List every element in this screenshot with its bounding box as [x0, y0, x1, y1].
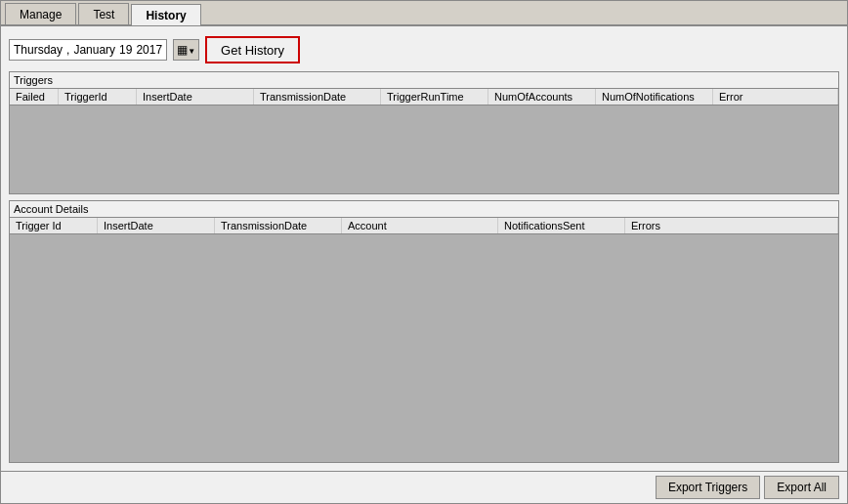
toolbar: Thursday , January 19 2017 Get History	[9, 34, 839, 65]
acct-col-transdate: TransmissionDate	[215, 218, 342, 233]
date-day: Thursday	[14, 43, 63, 57]
accounts-section: Account Details Trigger Id InsertDate Tr…	[9, 200, 839, 463]
date-year: 2017	[136, 43, 162, 57]
date-month: January	[73, 43, 115, 57]
triggers-label: Triggers	[10, 72, 838, 88]
triggers-col-triggerid: TriggerId	[59, 89, 137, 105]
bottom-bar: Export Triggers Export All	[1, 471, 847, 503]
accounts-grid: Trigger Id InsertDate TransmissionDate A…	[10, 217, 838, 462]
accounts-header: Trigger Id InsertDate TransmissionDate A…	[10, 218, 838, 234]
calendar-picker-button[interactable]	[173, 39, 199, 61]
acct-col-insertdate: InsertDate	[98, 218, 215, 233]
tab-history[interactable]: History	[131, 4, 200, 25]
triggers-col-numaccts: NumOfAccounts	[488, 89, 596, 105]
triggers-col-numnotif: NumOfNotifications	[596, 89, 713, 105]
triggers-col-error: Error	[713, 89, 838, 105]
triggers-col-runtime: TriggerRunTime	[381, 89, 488, 105]
accounts-body	[10, 234, 838, 462]
triggers-col-insertdate: InsertDate	[137, 89, 254, 105]
acct-col-account: Account	[342, 218, 498, 233]
main-window: Manage Test History Thursday , January 1…	[0, 0, 848, 504]
triggers-col-transdate: TransmissionDate	[254, 89, 381, 105]
triggers-section: Triggers Failed TriggerId InsertDate Tra…	[9, 71, 839, 194]
export-triggers-button[interactable]: Export Triggers	[656, 476, 760, 499]
acct-col-notif: NotificationsSent	[498, 218, 625, 233]
main-content: Thursday , January 19 2017 Get History T…	[1, 26, 847, 471]
dropdown-arrow-icon	[188, 43, 195, 57]
triggers-header: Failed TriggerId InsertDate Transmission…	[10, 89, 838, 105]
triggers-grid: Failed TriggerId InsertDate Transmission…	[10, 88, 838, 193]
date-date: 19	[119, 43, 132, 57]
acct-col-triggerid: Trigger Id	[10, 218, 98, 233]
triggers-col-failed: Failed	[10, 89, 59, 105]
export-all-button[interactable]: Export All	[764, 476, 839, 499]
calendar-icon	[177, 43, 188, 57]
get-history-button[interactable]: Get History	[205, 36, 300, 63]
triggers-body	[10, 105, 838, 193]
accounts-label: Account Details	[10, 201, 838, 217]
tab-test[interactable]: Test	[78, 3, 129, 24]
tab-bar: Manage Test History	[1, 1, 847, 26]
date-sep1: ,	[66, 43, 69, 57]
acct-col-errors: Errors	[625, 218, 838, 233]
tab-manage[interactable]: Manage	[5, 3, 76, 24]
date-display: Thursday , January 19 2017	[9, 39, 167, 61]
